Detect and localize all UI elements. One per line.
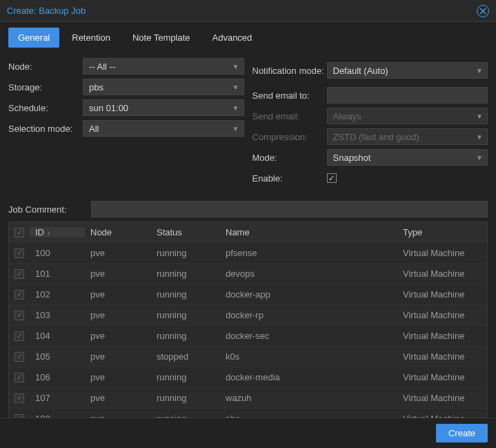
enable-label: Enable: [252,173,327,184]
job-comment-input[interactable] [91,201,488,217]
schedule-select[interactable]: sun 01:00▼ [83,99,244,116]
row-status: running [151,310,220,320]
enable-checkbox[interactable]: ✓ [327,173,337,183]
row-node: pve [85,393,151,403]
header-checkbox-cell: ✓ [9,228,30,237]
notification-mode-select[interactable]: Default (Auto)▼ [327,62,488,79]
row-id: 103 [30,310,85,320]
table-header: ✓ ID↑ Node Status Name Type [9,222,487,243]
table-row[interactable]: ✓101pverunningdevopsVirtual Machine [9,264,487,284]
row-type: Virtual Machine [397,331,487,341]
row-checkbox-cell: ✓ [9,269,30,279]
table-row[interactable]: ✓106pverunningdocker-mediaVirtual Machin… [9,367,487,388]
close-icon[interactable] [477,5,489,17]
table-row[interactable]: ✓107pverunningwazuhVirtual Machine [9,388,487,409]
row-name: devops [220,269,397,279]
row-id: 102 [30,289,85,300]
mode-value: Snapshot [333,153,371,163]
select-all-checkbox[interactable]: ✓ [14,228,24,237]
row-name: docker-rp [220,310,397,320]
dialog-body: Node: -- All --▼ Storage: pbs▼ Schedule:… [0,48,496,418]
tab-advanced[interactable]: Advanced [203,28,262,48]
row-node: pve [85,310,151,320]
row-checkbox-cell: ✓ [9,249,30,258]
tab-retention[interactable]: Retention [62,28,120,48]
job-comment-value[interactable] [97,204,482,215]
row-checkbox[interactable]: ✓ [14,311,24,320]
table-row[interactable]: ✓104pverunningdocker-secVirtual Machine [9,326,487,347]
row-checkbox[interactable]: ✓ [14,373,24,382]
row-checkbox[interactable]: ✓ [14,331,24,341]
chevron-down-icon: ▼ [232,84,239,91]
header-type[interactable]: Type [397,227,487,237]
chevron-down-icon: ▼ [232,125,239,133]
selection-mode-select[interactable]: All▼ [83,120,244,137]
storage-select[interactable]: pbs▼ [83,79,244,95]
mode-label: Mode: [252,153,327,163]
header-node[interactable]: Node [85,227,151,237]
chevron-down-icon: ▼ [476,154,483,162]
row-checkbox[interactable]: ✓ [14,352,24,362]
row-checkbox[interactable]: ✓ [14,269,24,279]
row-name: k0s [220,351,397,362]
row-checkbox[interactable]: ✓ [14,249,24,258]
chevron-down-icon: ▼ [232,104,239,112]
dialog-footer: Create [0,418,496,448]
node-label: Node: [8,61,83,72]
node-value: -- All -- [89,61,115,72]
dialog-title: Create: Backup Job [7,6,86,16]
compression-label: Compression: [252,132,327,142]
row-status: running [151,372,220,382]
row-checkbox[interactable]: ✓ [14,290,24,300]
row-type: Virtual Machine [397,351,487,362]
table-body: ✓100pverunningpfsenseVirtual Machine✓101… [9,243,487,418]
send-email-to-value[interactable] [333,90,482,101]
job-comment-row: Job Comment: [8,201,488,217]
header-name[interactable]: Name [220,227,397,237]
left-column: Node: -- All --▼ Storage: pbs▼ Schedule:… [8,56,244,188]
table-row[interactable]: ✓100pverunningpfsenseVirtual Machine [9,243,487,264]
job-comment-label: Job Comment: [8,204,91,215]
row-type: Virtual Machine [397,393,487,403]
row-checkbox-cell: ✓ [9,393,30,403]
chevron-down-icon: ▼ [476,133,483,141]
mode-select[interactable]: Snapshot▼ [327,149,488,166]
row-id: 106 [30,372,85,382]
selection-mode-value: All [89,124,99,134]
row-id: 100 [30,248,85,258]
chevron-down-icon: ▼ [232,63,239,70]
schedule-label: Schedule: [8,103,83,113]
vm-table: ✓ ID↑ Node Status Name Type ✓100pverunni… [8,222,488,418]
table-row[interactable]: ✓103pverunningdocker-rpVirtual Machine [9,305,487,326]
send-email-label: Send email: [252,111,327,121]
table-row[interactable]: ✓105pvestoppedk0sVirtual Machine [9,347,487,367]
row-status: running [151,289,220,300]
row-name: docker-app [220,289,397,300]
row-checkbox-cell: ✓ [9,373,30,382]
send-email-to-input[interactable] [327,87,488,104]
row-checkbox-cell: ✓ [9,290,30,300]
form-grid: Node: -- All --▼ Storage: pbs▼ Schedule:… [8,56,488,188]
table-row[interactable]: ✓108pverunningpbsVirtual Machine [9,409,487,418]
row-status: running [151,393,220,403]
row-name: docker-sec [220,331,397,341]
row-node: pve [85,248,151,258]
tab-note-template[interactable]: Note Template [123,28,200,48]
row-node: pve [85,372,151,382]
row-name: docker-media [220,372,397,382]
tabs: General Retention Note Template Advanced [0,22,496,48]
node-select[interactable]: -- All --▼ [83,58,244,75]
header-id[interactable]: ID↑ [30,227,85,237]
table-row[interactable]: ✓102pverunningdocker-appVirtual Machine [9,284,487,305]
row-checkbox[interactable]: ✓ [14,393,24,403]
row-type: Virtual Machine [397,269,487,279]
create-button[interactable]: Create [436,424,488,442]
chevron-down-icon: ▼ [476,67,483,75]
compression-select: ZSTD (fast and good)▼ [327,128,488,145]
row-status: stopped [151,351,220,362]
notification-mode-label: Notification mode: [252,66,327,76]
row-type: Virtual Machine [397,248,487,258]
dialog: Create: Backup Job General Retention Not… [0,0,496,448]
header-status[interactable]: Status [151,227,220,237]
tab-general[interactable]: General [8,28,59,48]
